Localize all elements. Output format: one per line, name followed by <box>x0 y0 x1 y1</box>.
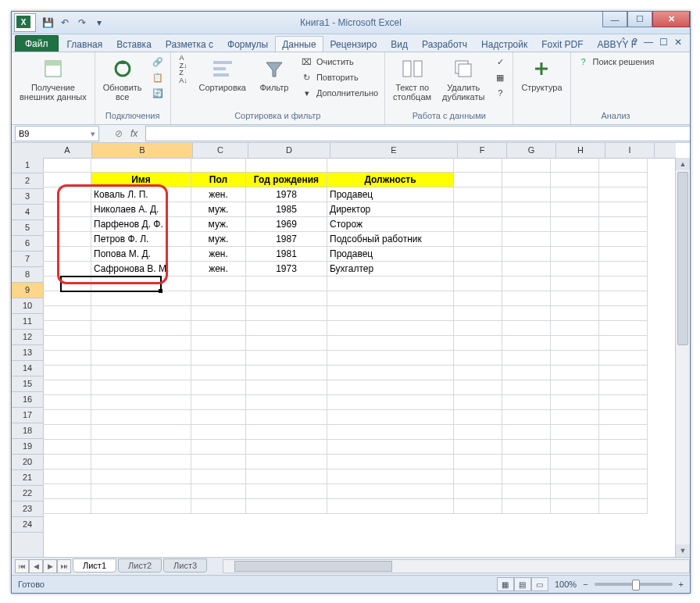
cell[interactable] <box>327 336 454 351</box>
cell[interactable] <box>502 277 551 291</box>
ribbon-tab[interactable]: Foxit PDF <box>534 36 590 52</box>
ribbon-tab[interactable]: Вид <box>384 36 415 52</box>
cell[interactable] <box>327 484 454 499</box>
cell[interactable] <box>502 291 551 306</box>
cell[interactable] <box>502 499 551 514</box>
structure-button[interactable]: Структура <box>518 55 565 94</box>
cell[interactable] <box>502 469 551 484</box>
row-header[interactable]: 5 <box>12 220 43 236</box>
cell[interactable]: муж. <box>191 232 246 247</box>
sheet-nav-next[interactable]: ▶ <box>43 559 57 573</box>
filter-button[interactable]: Фильтр <box>254 55 295 94</box>
cell[interactable] <box>599 425 648 440</box>
cell[interactable] <box>551 187 599 202</box>
doc-max-icon[interactable]: ☐ <box>659 37 668 48</box>
cell[interactable] <box>599 484 648 499</box>
cell[interactable]: Парфенов Д. Ф. <box>91 217 191 232</box>
cell[interactable]: 1985 <box>246 202 327 217</box>
cell[interactable] <box>599 173 648 187</box>
ribbon-tab[interactable]: Разметка с <box>159 36 220 52</box>
cell[interactable] <box>551 173 599 187</box>
row-header[interactable]: 20 <box>12 455 43 470</box>
cell[interactable] <box>246 291 327 306</box>
cell[interactable] <box>551 499 599 514</box>
cell[interactable]: жен. <box>191 247 246 262</box>
cell[interactable] <box>454 366 502 380</box>
cell[interactable] <box>454 380 502 395</box>
cell[interactable] <box>551 306 599 321</box>
cell[interactable] <box>551 425 599 440</box>
vertical-scrollbar[interactable]: ▲ ▼ <box>675 158 690 557</box>
cell[interactable] <box>327 321 454 336</box>
consolidate-button[interactable]: ▦ <box>492 70 508 84</box>
cell[interactable] <box>191 321 246 336</box>
ribbon-tab[interactable]: Разработч <box>415 36 474 52</box>
cell[interactable] <box>91 425 191 440</box>
horizontal-scrollbar[interactable] <box>223 559 690 573</box>
properties-small-button[interactable]: 📋 <box>150 70 166 84</box>
row-header[interactable]: 24 <box>12 517 43 533</box>
cell[interactable] <box>43 351 91 366</box>
cell[interactable]: 1969 <box>246 217 327 232</box>
cell[interactable] <box>599 262 648 277</box>
cell[interactable] <box>91 158 191 173</box>
cell[interactable]: Продавец <box>327 247 454 262</box>
cell[interactable] <box>191 366 246 380</box>
qat-more-icon[interactable]: ▾ <box>92 16 106 30</box>
cell[interactable] <box>191 158 246 173</box>
cell[interactable] <box>327 306 454 321</box>
cell[interactable] <box>43 306 91 321</box>
cell[interactable] <box>502 425 551 440</box>
doc-min-icon[interactable]: — <box>644 37 653 48</box>
close-button[interactable]: ✕ <box>652 12 690 27</box>
cell[interactable] <box>454 158 502 173</box>
cell[interactable] <box>91 277 191 291</box>
cell[interactable] <box>327 499 454 514</box>
cell[interactable] <box>551 217 599 232</box>
zoom-slider[interactable] <box>595 583 673 586</box>
cell[interactable] <box>246 469 327 484</box>
cell[interactable] <box>551 484 599 499</box>
cell[interactable] <box>91 440 191 455</box>
cell[interactable] <box>454 336 502 351</box>
data-validation-button[interactable]: ✓ <box>492 55 508 69</box>
cell[interactable] <box>454 306 502 321</box>
row-header[interactable]: 7 <box>12 252 43 267</box>
cell[interactable] <box>599 455 648 469</box>
column-header[interactable]: I <box>605 143 655 158</box>
cell[interactable]: Коваль Л. П. <box>91 187 191 202</box>
cell[interactable] <box>502 232 551 247</box>
connections-small-button[interactable]: 🔗 <box>150 55 166 69</box>
advanced-filter-button[interactable]: ▾Дополнительно <box>299 86 380 100</box>
cell[interactable] <box>551 469 599 484</box>
sheet-nav-first[interactable]: ⏮ <box>15 559 29 573</box>
cell[interactable] <box>599 277 648 291</box>
cell[interactable] <box>551 232 599 247</box>
cell[interactable]: Имя <box>91 173 191 187</box>
formula-input[interactable] <box>145 126 690 141</box>
cell[interactable] <box>551 336 599 351</box>
cell[interactable] <box>454 291 502 306</box>
cell[interactable]: 1973 <box>246 262 327 277</box>
cell[interactable] <box>191 469 246 484</box>
cell[interactable]: 1978 <box>246 187 327 202</box>
cell[interactable]: жен. <box>191 262 246 277</box>
cell[interactable] <box>327 410 454 425</box>
cell[interactable] <box>327 395 454 410</box>
row-header[interactable]: 18 <box>12 423 43 439</box>
view-normal-button[interactable]: ▦ <box>497 577 514 591</box>
cell[interactable] <box>246 455 327 469</box>
cell[interactable] <box>91 291 191 306</box>
cell[interactable] <box>502 202 551 217</box>
cell[interactable] <box>191 351 246 366</box>
cell[interactable] <box>551 321 599 336</box>
external-data-button[interactable]: Получение внешних данных <box>16 55 90 103</box>
cell[interactable] <box>327 469 454 484</box>
cell[interactable] <box>599 440 648 455</box>
cell[interactable] <box>191 395 246 410</box>
cell[interactable] <box>551 455 599 469</box>
column-header[interactable]: F <box>458 143 507 158</box>
undo-icon[interactable]: ↶ <box>58 16 72 30</box>
column-headers[interactable]: ABCDEFGHI <box>43 143 676 159</box>
cell[interactable] <box>43 158 91 173</box>
